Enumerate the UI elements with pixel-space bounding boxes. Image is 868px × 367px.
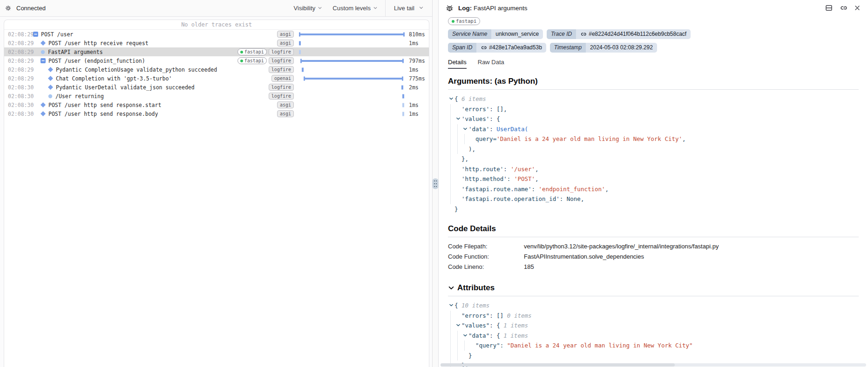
json-segment: : (489, 322, 496, 329)
trace-row[interactable]: 02:08:30POST /user http send response.bo… (4, 109, 429, 118)
tag-dot-icon (452, 20, 454, 23)
chevron-down-icon[interactable] (456, 114, 461, 124)
json-line: 'http.method': 'POST', (448, 174, 859, 184)
diamond-icon (48, 76, 53, 81)
tag-dot-icon (240, 51, 243, 53)
trace-duration: 797ms (406, 58, 429, 64)
tab-details[interactable]: Details (448, 59, 467, 69)
code-detail-row: Code Filepath:venv/lib/python3.12/site-p… (448, 241, 859, 252)
json-line: ), (448, 144, 859, 154)
trace-duration: 1ms (406, 67, 429, 73)
json-line: 'data': UserData( (448, 124, 859, 134)
trace-timeline (297, 56, 406, 65)
json-segment: } (468, 352, 472, 359)
code-details-heading: Code Details (448, 224, 859, 234)
chevron-down-icon[interactable] (463, 124, 468, 134)
duration-bar (304, 76, 403, 80)
visibility-dropdown[interactable]: Visibility (294, 5, 323, 12)
json-segment: 'POST' (514, 175, 535, 182)
tag-asgi: asgi (277, 101, 294, 108)
json-line: 'fastapi.route.operation_id': None, (448, 194, 859, 204)
chevron-down-icon[interactable] (449, 300, 454, 311)
trace-panel: Connected Visibility Custom levels Live … (0, 0, 432, 367)
json-segment: : (489, 115, 496, 122)
trace-timeline (297, 83, 406, 92)
attributes-heading: Attributes (448, 283, 859, 293)
trace-label: POST /user (41, 31, 73, 38)
json-segment: UserData( (496, 126, 528, 133)
trace-row[interactable]: 02:08:29POST /user http receive requesta… (4, 39, 429, 47)
badge-service-name: Service Nameunknown_service (448, 29, 543, 39)
json-segment: : (489, 126, 496, 133)
json-line: 'http.route': '/user', (448, 164, 859, 174)
trace-label: POST /user http receive request (48, 40, 149, 47)
trace-duration: 1ms (406, 40, 429, 47)
chevron-down-icon[interactable] (449, 94, 454, 104)
detail-content: fastapi Service Nameunknown_serviceTrace… (439, 16, 868, 367)
json-segment: "errors" (461, 312, 489, 319)
chevron-down-icon[interactable] (463, 331, 468, 341)
trace-row[interactable]: 02:08:30POST /user http send response.st… (4, 100, 429, 109)
json-segment: , (535, 175, 539, 182)
json-segment: : (560, 195, 567, 202)
json-line: "query": "Daniel is a 24 year old man li… (448, 340, 859, 351)
json-segment: , (605, 186, 609, 193)
live-tail-dropdown[interactable]: Live tail (394, 5, 424, 12)
minus-square-icon (33, 32, 38, 37)
duration-tick (401, 85, 403, 89)
trace-tags: logfire (269, 93, 297, 100)
trace-duration: 775ms (406, 75, 429, 82)
panel-splitter[interactable] (432, 0, 439, 367)
diamond-icon (41, 102, 46, 107)
tab-raw-data[interactable]: Raw Data (478, 59, 504, 69)
trace-tags: asgi (277, 101, 297, 108)
json-segment: : (503, 166, 510, 173)
split-panel-icon[interactable] (825, 4, 833, 12)
trace-row[interactable]: 02:08:29FastAPI argumentsfastapilogfire (4, 47, 429, 56)
trace-tags: fastapilogfire (237, 57, 297, 64)
json-segment: }, (461, 155, 468, 162)
code-detail-value: venv/lib/python3.12/site-packages/logfir… (524, 241, 719, 252)
tag-fastapi: fastapi (237, 48, 267, 55)
trace-timestamp: 02:08:29 (4, 40, 29, 47)
horizontal-scrollbar[interactable] (441, 363, 866, 367)
badge-span-id: Span ID#428e17a0ea9ad53b (448, 43, 546, 53)
attributes-tree: { 10 items"errors": [] 0 items"values": … (448, 300, 859, 367)
json-segment: : (489, 332, 496, 339)
grip-icon[interactable] (433, 178, 439, 189)
json-line: "values": { 1 items (448, 320, 859, 331)
diamond-icon (48, 67, 53, 72)
trace-row[interactable]: 02:08:29POST /user (endpoint_function)fa… (4, 56, 429, 65)
chevron-down-icon[interactable] (456, 320, 461, 331)
arguments-heading: Arguments: (as Python) (448, 77, 859, 86)
json-line: }, (448, 154, 859, 164)
trace-row[interactable]: 02:08:29POST /userasgi810ms (4, 30, 429, 39)
link-icon[interactable] (481, 45, 487, 51)
trace-row[interactable]: 02:08:30Pydantic UserDetail validate_jso… (4, 83, 429, 92)
json-segment: { (454, 302, 458, 309)
tag-asgi: asgi (277, 31, 294, 38)
link-icon[interactable] (580, 31, 586, 37)
trace-row[interactable]: 02:08:29Pydantic CompletionUsage validat… (4, 65, 429, 74)
link-icon[interactable] (840, 4, 847, 12)
chevron-down-icon[interactable] (448, 285, 454, 291)
trace-row[interactable]: 02:08:29Chat Completion with 'gpt-3.5-tu… (4, 74, 429, 83)
dot-icon (41, 50, 45, 54)
json-segment: 'fastapi.route.operation_id' (461, 195, 560, 202)
json-segment: , (535, 166, 539, 173)
tag-dot-icon (240, 60, 243, 62)
trace-row[interactable]: 02:08:30/User returninglogfire (4, 92, 429, 100)
tag-logfire: logfire (269, 66, 294, 73)
badge-label: Span ID (448, 43, 476, 53)
json-segment: '/user' (510, 166, 535, 173)
gear-icon[interactable] (5, 5, 12, 12)
custom-levels-dropdown[interactable]: Custom levels (332, 5, 378, 12)
close-icon[interactable] (854, 5, 861, 11)
connection-status-label: Connected (16, 5, 46, 12)
json-line: 'fastapi.route.name': 'endpoint_function… (448, 184, 859, 194)
json-segment: { (454, 95, 458, 102)
json-line: } (448, 351, 859, 361)
trace-timeline (297, 39, 406, 47)
badge-value: unknown_service (491, 29, 543, 39)
connection-status: Connected (5, 5, 46, 12)
